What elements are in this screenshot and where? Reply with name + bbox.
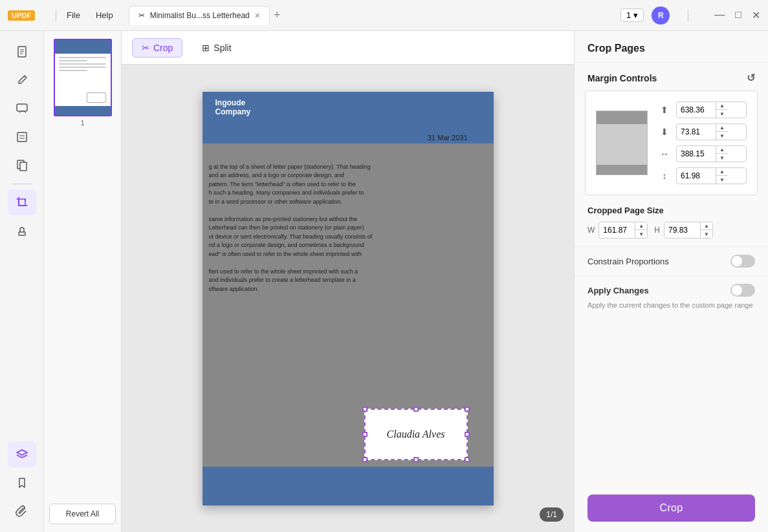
width-down[interactable]: ▼ bbox=[635, 230, 647, 238]
thumbnail-inner bbox=[55, 40, 111, 115]
height-down[interactable]: ▼ bbox=[701, 230, 712, 238]
split-toolbar-button[interactable]: ⊞ Split bbox=[193, 39, 240, 57]
thumbnail-signature bbox=[87, 92, 106, 103]
height-up[interactable]: ▲ bbox=[701, 222, 712, 230]
margin-lr-input[interactable] bbox=[677, 147, 716, 161]
sidebar-icon-comment[interactable] bbox=[8, 96, 36, 122]
sidebar-icon-document[interactable] bbox=[8, 39, 36, 65]
doc-date: 31 Mar 2031 bbox=[428, 134, 468, 142]
sidebar-icon-layers[interactable] bbox=[8, 442, 36, 467]
height-input[interactable] bbox=[664, 223, 700, 237]
margin-top-input[interactable] bbox=[677, 103, 716, 117]
margin-lr-input-wrap[interactable]: ▲ ▼ bbox=[676, 145, 747, 162]
margin-lr-icon: ↔ bbox=[658, 149, 671, 159]
sidebar-icon-stamp[interactable] bbox=[8, 218, 36, 244]
width-input-wrap[interactable]: ▲ ▼ bbox=[598, 222, 648, 239]
height-spinner[interactable]: ▲ ▼ bbox=[700, 222, 712, 238]
handle-bottom-right[interactable] bbox=[465, 457, 470, 462]
doc-header-content: IngoudeCompany bbox=[215, 98, 251, 116]
doc-logo: IngoudeCompany bbox=[215, 98, 251, 116]
thumb-line-1 bbox=[59, 57, 105, 58]
margin-controls-grid: ⬆ ▲ ▼ ⬇ bbox=[658, 101, 747, 184]
margin-extra-spinner[interactable]: ▲ ▼ bbox=[716, 168, 728, 184]
sidebar-icon-pages[interactable] bbox=[8, 153, 36, 178]
margin-bottom-input[interactable] bbox=[677, 125, 716, 139]
margin-lr-up[interactable]: ▲ bbox=[716, 146, 728, 154]
thumb-line-3 bbox=[59, 63, 105, 65]
divider-1 bbox=[56, 9, 56, 22]
margin-extra-input[interactable] bbox=[677, 169, 716, 183]
height-field: H ▲ ▼ bbox=[654, 222, 713, 239]
tab-add-icon[interactable]: + bbox=[274, 8, 281, 22]
apply-changes-header: Apply Changes bbox=[587, 284, 755, 297]
window-controls: — □ ✕ bbox=[714, 9, 760, 21]
page-navigator[interactable]: 1 ▾ bbox=[620, 8, 644, 22]
margin-bottom-up[interactable]: ▲ bbox=[716, 124, 728, 132]
close-button[interactable]: ✕ bbox=[752, 9, 760, 21]
maximize-button[interactable]: □ bbox=[735, 9, 741, 21]
crop-button[interactable]: Crop bbox=[587, 495, 755, 522]
tab-close-icon[interactable]: × bbox=[255, 10, 260, 21]
page-number: 1 bbox=[626, 10, 631, 20]
margin-preview-area: ⬆ ▲ ▼ ⬇ bbox=[585, 90, 758, 195]
sidebar-icon-crop-active[interactable] bbox=[8, 189, 36, 215]
document-page: IngoudeCompany 31 Mar 2031 g at the top … bbox=[203, 92, 494, 505]
handle-top-right[interactable] bbox=[465, 407, 470, 412]
margin-reset-icon[interactable]: ↺ bbox=[747, 72, 755, 84]
margin-extra-down[interactable]: ▼ bbox=[716, 176, 728, 184]
handle-bottom-left[interactable] bbox=[362, 457, 368, 462]
menu-help[interactable]: Help bbox=[96, 10, 113, 20]
right-panel-title: Crop Pages bbox=[587, 43, 645, 54]
page-nav-arrow[interactable]: ▾ bbox=[633, 10, 638, 20]
signature-text: Claudia Alves bbox=[387, 429, 445, 440]
handle-left-mid[interactable] bbox=[362, 432, 368, 437]
svg-rect-9 bbox=[20, 162, 27, 171]
margin-bottom-spinner[interactable]: ▲ ▼ bbox=[716, 124, 728, 140]
height-label: H bbox=[654, 226, 660, 235]
margin-bottom-down[interactable]: ▼ bbox=[716, 132, 728, 140]
margin-bottom-input-wrap[interactable]: ▲ ▼ bbox=[676, 123, 747, 140]
width-up[interactable]: ▲ bbox=[635, 222, 647, 230]
width-input[interactable] bbox=[599, 223, 635, 237]
margin-controls-header: Margin Controls ↺ bbox=[575, 63, 768, 90]
doc-preview-thumb bbox=[596, 111, 648, 175]
revert-all-button[interactable]: Revert All bbox=[49, 504, 116, 524]
handle-top-mid[interactable] bbox=[413, 407, 419, 412]
doc-paragraph-2: and an address, and a logo or corporate … bbox=[209, 171, 487, 180]
margin-top-up[interactable]: ▲ bbox=[716, 102, 728, 110]
menu-file[interactable]: File bbox=[67, 10, 80, 20]
sidebar-icon-form[interactable] bbox=[8, 124, 36, 150]
signature-selection-box[interactable]: Claudia Alves bbox=[364, 409, 468, 460]
user-avatar[interactable]: R bbox=[652, 6, 670, 25]
width-spinner[interactable]: ▲ ▼ bbox=[635, 222, 647, 238]
constrain-toggle[interactable] bbox=[730, 255, 755, 268]
crop-toolbar-button[interactable]: ✂ Crop bbox=[132, 38, 182, 58]
doc-text-content: g at the top of a sheet of letter paper … bbox=[209, 163, 487, 294]
minimize-button[interactable]: — bbox=[714, 9, 725, 21]
sidebar-icon-bookmark[interactable] bbox=[8, 470, 36, 496]
margin-top-input-wrap[interactable]: ▲ ▼ bbox=[676, 101, 747, 118]
margin-extra-input-wrap[interactable]: ▲ ▼ bbox=[676, 167, 747, 184]
crop-toolbar-label: Crop bbox=[153, 43, 173, 53]
apply-changes-toggle[interactable] bbox=[730, 284, 755, 297]
margin-extra-up[interactable]: ▲ bbox=[716, 168, 728, 176]
thumb-line-5 bbox=[59, 70, 87, 71]
handle-bottom-mid[interactable] bbox=[413, 457, 419, 462]
thumbnail-item-1[interactable]: 1 bbox=[54, 39, 112, 127]
sidebar-icon-edit[interactable] bbox=[8, 67, 36, 93]
titlebar: UPDF File Help ✂ Minimalist Bu...ss Lett… bbox=[0, 0, 768, 31]
handle-right-mid[interactable] bbox=[465, 432, 470, 437]
doc-paragraph-4: h such a heading. Many companies and ind… bbox=[209, 189, 487, 198]
handle-top-left[interactable] bbox=[362, 407, 368, 412]
doc-paragraph-7: Letterhead can then be printed on statio… bbox=[209, 224, 487, 233]
apply-toggle-knob bbox=[732, 285, 742, 295]
sidebar-icon-attachment[interactable] bbox=[8, 498, 36, 524]
document-tab[interactable]: ✂ Minimalist Bu...ss Letterhead × bbox=[129, 6, 270, 25]
document-view: IngoudeCompany 31 Mar 2031 g at the top … bbox=[122, 65, 574, 532]
margin-lr-down[interactable]: ▼ bbox=[716, 154, 728, 162]
margin-top-down[interactable]: ▼ bbox=[716, 110, 728, 118]
margin-top-spinner[interactable]: ▲ ▼ bbox=[716, 102, 728, 118]
margin-lr-spinner[interactable]: ▲ ▼ bbox=[716, 146, 728, 162]
height-input-wrap[interactable]: ▲ ▼ bbox=[664, 222, 713, 239]
margin-controls-label: Margin Controls bbox=[587, 73, 657, 83]
